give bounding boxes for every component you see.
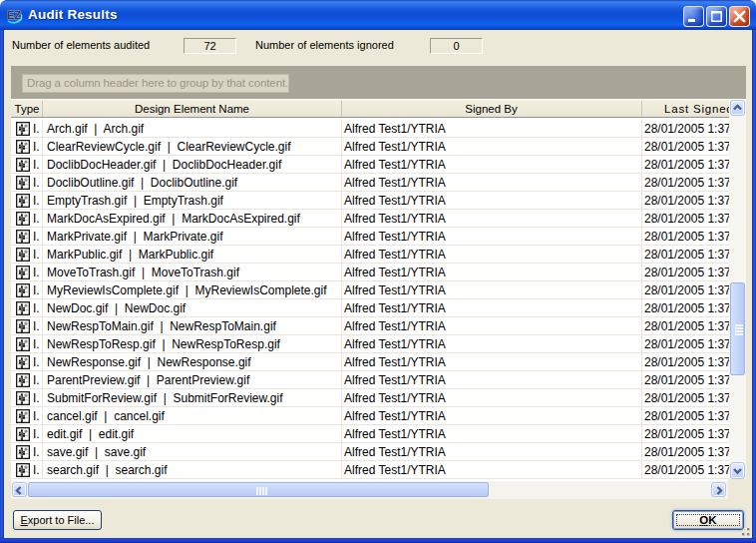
- svg-text:EZ: EZ: [7, 9, 21, 21]
